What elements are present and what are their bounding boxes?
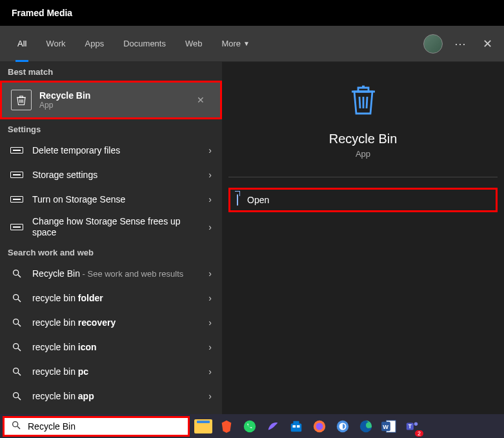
chevron-right-icon: › <box>203 317 217 328</box>
recycle-bin-icon <box>11 90 32 110</box>
badge-count: 2 <box>415 430 423 437</box>
chevron-right-icon: › <box>203 170 217 180</box>
svg-point-12 <box>13 421 18 426</box>
web-result[interactable]: Recycle Bin - See work and web results › <box>0 261 222 286</box>
settings-item-delete-temp[interactable]: Delete temporary files › <box>0 138 222 163</box>
taskbar-firefox-icon[interactable] <box>308 416 330 437</box>
settings-item-icon <box>9 147 25 154</box>
chevron-right-icon: › <box>203 268 217 279</box>
search-input[interactable] <box>28 421 181 432</box>
results-list: Best match Recycle Bin App ✕ Settings De… <box>0 62 222 414</box>
tab-apps[interactable]: Apps <box>76 26 114 62</box>
tab-web[interactable]: Web <box>176 26 212 62</box>
svg-line-9 <box>18 373 21 375</box>
taskbar-glary-icon[interactable] <box>332 416 354 437</box>
best-match-label: Best match <box>0 62 222 81</box>
search-icon <box>9 293 25 303</box>
best-match-result[interactable]: Recycle Bin App ✕ <box>0 81 222 119</box>
svg-line-3 <box>18 299 21 302</box>
web-result[interactable]: recycle bin folder › <box>0 286 222 310</box>
svg-line-11 <box>18 397 21 400</box>
search-icon <box>9 391 25 401</box>
svg-rect-18 <box>297 425 300 428</box>
svg-rect-15 <box>291 423 302 432</box>
web-result[interactable]: recycle bin recovery › <box>0 310 222 335</box>
search-icon <box>9 366 25 377</box>
taskbar-brave-icon[interactable] <box>216 416 237 437</box>
settings-item-storage[interactable]: Storage settings › <box>0 163 222 187</box>
svg-point-14 <box>244 420 256 432</box>
taskbar-word-icon[interactable]: W <box>378 416 400 437</box>
chevron-right-icon: › <box>203 194 217 204</box>
svg-point-2 <box>14 295 19 300</box>
svg-point-10 <box>14 393 19 398</box>
svg-text:T: T <box>408 423 412 429</box>
web-result[interactable]: recycle bin app › <box>0 384 222 408</box>
taskbar-whatsapp-icon[interactable] <box>239 416 261 437</box>
divider <box>228 177 498 177</box>
chevron-right-icon: › <box>203 293 217 303</box>
tab-documents[interactable]: Documents <box>114 26 176 62</box>
settings-item-icon <box>9 196 25 203</box>
chevron-right-icon: › <box>203 391 217 401</box>
chevron-right-icon: › <box>203 222 217 232</box>
user-avatar[interactable] <box>423 34 443 54</box>
search-icon <box>9 268 25 279</box>
taskbar-teams-icon[interactable]: T 2 <box>401 416 423 437</box>
svg-rect-16 <box>293 421 299 424</box>
svg-line-5 <box>18 324 21 326</box>
chevron-right-icon: › <box>203 366 217 377</box>
taskbar-edge-icon[interactable] <box>355 416 377 437</box>
svg-point-6 <box>14 344 19 349</box>
svg-line-13 <box>17 426 20 429</box>
web-result[interactable]: recycle bin pc › <box>0 359 222 384</box>
preview-subtitle: App <box>356 149 370 159</box>
svg-line-1 <box>18 275 21 277</box>
svg-text:W: W <box>383 423 388 430</box>
chevron-right-icon: › <box>203 145 217 155</box>
open-label: Open <box>247 195 269 205</box>
best-match-sub: App <box>39 101 186 110</box>
settings-item-icon <box>9 172 25 178</box>
tab-all[interactable]: All <box>8 26 36 62</box>
window-title-bar: Framed Media <box>0 0 504 26</box>
web-result[interactable]: recycle bin icon › <box>0 335 222 359</box>
svg-line-7 <box>18 348 21 351</box>
svg-point-0 <box>14 270 19 275</box>
taskbar-file-explorer-icon[interactable] <box>194 419 212 433</box>
best-match-title: Recycle Bin <box>39 90 186 101</box>
result-preview-pane: Recycle Bin App Open <box>222 62 504 414</box>
search-results-area: Best match Recycle Bin App ✕ Settings De… <box>0 62 504 414</box>
dismiss-result-button[interactable]: ✕ <box>186 95 215 105</box>
svg-point-28 <box>414 422 418 426</box>
settings-item-storage-sense-config[interactable]: Change how Storage Sense frees up space … <box>0 212 222 243</box>
svg-rect-17 <box>293 425 296 428</box>
taskbar-app-icon[interactable] <box>262 416 284 437</box>
close-button[interactable]: ✕ <box>479 37 496 51</box>
recycle-bin-icon-large <box>345 81 381 120</box>
taskbar-search-box[interactable] <box>3 416 190 437</box>
open-icon <box>237 195 238 205</box>
svg-point-8 <box>14 368 19 373</box>
preview-title: Recycle Bin <box>329 132 398 146</box>
chevron-right-icon: › <box>203 342 217 352</box>
tab-more[interactable]: More ▼ <box>212 26 259 62</box>
settings-item-storage-sense[interactable]: Turn on Storage Sense › <box>0 187 222 212</box>
open-action[interactable]: Open <box>228 188 498 212</box>
chevron-down-icon: ▼ <box>243 40 250 47</box>
web-section-label: Search work and web <box>0 243 222 261</box>
search-tabs-bar: All Work Apps Documents Web More ▼ ⋯ ✕ <box>0 26 504 62</box>
svg-point-4 <box>14 319 19 324</box>
taskbar: W T 2 <box>0 414 504 438</box>
window-title: Framed Media <box>12 8 72 18</box>
more-options-button[interactable]: ⋯ <box>454 37 467 51</box>
search-icon <box>9 342 25 352</box>
taskbar-store-icon[interactable] <box>285 416 307 437</box>
tab-work[interactable]: Work <box>36 26 75 62</box>
search-icon <box>9 317 25 328</box>
settings-section-label: Settings <box>0 119 222 138</box>
settings-item-icon <box>9 224 25 230</box>
svg-point-20 <box>316 423 323 430</box>
search-icon <box>11 420 21 433</box>
